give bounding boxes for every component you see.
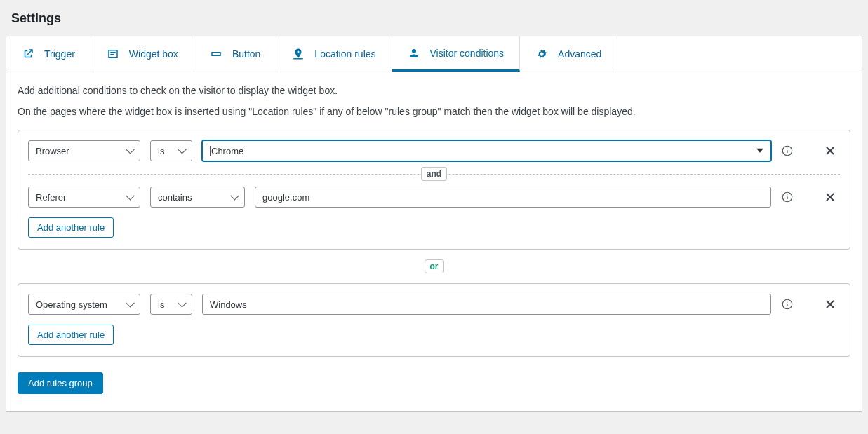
settings-panel: Trigger Widget box Button Location rules… — [6, 36, 862, 412]
rules-group: Operating system is Windows Add another … — [18, 283, 850, 357]
attribute-select[interactable]: Browser — [28, 140, 140, 161]
or-badge: or — [425, 259, 444, 273]
tab-label: Location rules — [314, 48, 375, 60]
page-title: Settings — [6, 3, 862, 36]
intro-text-2: On the pages where the widget box is ins… — [18, 106, 850, 117]
add-rule-button[interactable]: Add another rule — [28, 325, 114, 345]
svg-point-7 — [787, 194, 787, 195]
chevron-down-icon — [756, 149, 763, 153]
svg-point-12 — [787, 301, 787, 302]
tab-advanced[interactable]: Advanced — [520, 36, 617, 72]
rule-row: Operating system is Windows — [28, 294, 840, 315]
form-icon — [107, 48, 119, 60]
info-icon[interactable] — [781, 144, 794, 157]
operator-select[interactable]: is — [150, 294, 192, 315]
rules-group: Browser is Chrome and Referer co — [18, 130, 850, 250]
tab-label: Trigger — [44, 48, 75, 60]
add-rule-button[interactable]: Add another rule — [28, 217, 114, 238]
info-icon[interactable] — [781, 298, 794, 311]
info-icon[interactable] — [781, 191, 794, 203]
tab-label: Advanced — [558, 48, 601, 60]
add-rules-group-button[interactable]: Add rules group — [18, 372, 103, 394]
remove-rule-button[interactable] — [824, 299, 836, 310]
tab-trigger[interactable]: Trigger — [6, 36, 91, 72]
rule-row: Browser is Chrome — [28, 140, 840, 161]
location-rules-icon — [292, 48, 305, 60]
tab-label: Widget box — [129, 48, 178, 60]
tab-content: Add additional conditions to check on th… — [6, 72, 862, 411]
tab-visitor-conditions[interactable]: Visitor conditions — [392, 36, 521, 72]
value-input[interactable]: Windows — [202, 294, 771, 315]
button-icon — [210, 48, 222, 60]
rule-row: Referer contains google.com — [28, 187, 840, 208]
external-link-icon — [22, 48, 34, 60]
and-divider: and — [28, 165, 840, 182]
value-select[interactable]: Chrome — [202, 140, 771, 161]
tab-label: Visitor conditions — [430, 48, 505, 59]
or-divider: or — [18, 259, 850, 273]
gear-icon — [535, 48, 548, 60]
svg-point-2 — [787, 148, 787, 149]
user-icon — [408, 47, 420, 60]
intro-text-1: Add additional conditions to check on th… — [18, 85, 850, 96]
tab-location-rules[interactable]: Location rules — [276, 36, 392, 72]
and-badge: and — [421, 167, 447, 181]
value-input[interactable]: google.com — [255, 187, 771, 208]
remove-rule-button[interactable] — [824, 191, 836, 203]
attribute-select[interactable]: Operating system — [28, 294, 140, 315]
operator-select[interactable]: contains — [150, 187, 245, 208]
remove-rule-button[interactable] — [824, 145, 836, 156]
operator-select[interactable]: is — [150, 140, 192, 161]
tab-label: Button — [232, 48, 260, 60]
attribute-select[interactable]: Referer — [28, 187, 140, 208]
tabs: Trigger Widget box Button Location rules… — [6, 36, 862, 72]
tab-button[interactable]: Button — [194, 36, 276, 72]
tab-widget-box[interactable]: Widget box — [91, 36, 194, 72]
